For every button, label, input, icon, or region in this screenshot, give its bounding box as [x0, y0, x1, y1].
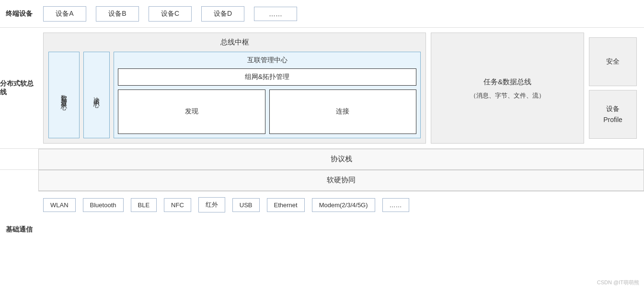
task-data-bus: 任务&数据总线 （消息、字节、文件、流）: [431, 33, 584, 144]
device-d: 设备D: [201, 6, 244, 22]
interconnect-area: 互联管理中心 组网&拓扑管理 发现 连接: [114, 52, 421, 138]
interconnect-title: 互联管理中心: [118, 56, 416, 65]
comm-ble: BLE: [131, 198, 157, 212]
right-side-stack: 安全 设备 Profile: [589, 33, 639, 144]
comm-bluetooth: Bluetooth: [83, 198, 124, 212]
protocol-stack-box: 协议栈: [38, 149, 644, 170]
device-more: ……: [254, 7, 297, 21]
full-content: 终端设备 设备A 设备B 设备C 设备D …… 分布式软总线 总线中枢: [0, 0, 644, 290]
comm-modem: Modem(2/3/4/5G): [312, 198, 375, 212]
comm-infrared: 红外: [198, 197, 225, 212]
basic-comm-label: 基础通信: [0, 170, 38, 290]
task-data-line1: 任务&数据总线: [483, 75, 531, 88]
distributed-row: 分布式软总线 总线中枢 数据与计算中心 决策中心: [0, 28, 644, 149]
bus-inner: 数据与计算中心 决策中心 互联管理中心 组网&拓扑管理: [48, 52, 421, 138]
comms-row: WLAN Bluetooth BLE NFC 红外 USB Ethernet M…: [38, 191, 644, 219]
comm-usb: USB: [232, 198, 260, 212]
distributed-label: 分布式软总线: [0, 28, 38, 148]
terminal-row: 终端设备 设备A 设备B 设备C 设备D ……: [0, 0, 644, 28]
basic-comm-row: 基础通信 软硬协同 WLAN Bluetooth BLE NFC 红外 USB …: [0, 170, 644, 290]
terminal-label: 终端设备: [0, 0, 38, 27]
discover-connect-row: 发现 连接: [118, 89, 416, 134]
security-panel: 安全: [589, 37, 637, 86]
device-c: 设备C: [149, 6, 192, 22]
topology-box: 组网&拓扑管理: [118, 68, 416, 86]
task-data-line2: （消息、字节、文件、流）: [470, 90, 545, 101]
watermark: CSDN @IT萌萌熊: [597, 279, 639, 286]
comm-ethernet: Ethernet: [267, 198, 305, 212]
discover-box: 发现: [118, 89, 265, 134]
distributed-content: 总线中枢 数据与计算中心 决策中心 互联管理中心: [38, 28, 644, 148]
basic-comm-content: 软硬协同 WLAN Bluetooth BLE NFC 红外 USB Ether…: [38, 170, 644, 290]
profile-panel: 设备 Profile: [589, 90, 637, 139]
decision-center: 决策中心: [83, 52, 110, 138]
bus-title: 总线中枢: [48, 38, 421, 47]
comm-nfc: NFC: [164, 198, 191, 212]
main-container: 终端设备 设备A 设备B 设备C 设备D …… 分布式软总线 总线中枢: [0, 0, 644, 290]
comm-more: ……: [382, 198, 409, 212]
profile-text: 设备 Profile: [603, 103, 622, 125]
hw-sw-box: 软硬协同: [38, 170, 644, 191]
terminal-content: 设备A 设备B 设备C 设备D ……: [38, 0, 644, 27]
device-b: 设备B: [96, 6, 139, 22]
bus-main-area: 总线中枢 数据与计算中心 决策中心 互联管理中心: [43, 33, 426, 144]
device-a: 设备A: [43, 6, 86, 22]
protocol-content: 协议栈: [38, 149, 644, 169]
data-center: 数据与计算中心: [48, 52, 80, 138]
connect-box: 连接: [269, 89, 417, 134]
protocol-label-empty: [0, 149, 38, 169]
protocol-row: 协议栈: [0, 149, 644, 170]
comm-wlan: WLAN: [43, 198, 76, 212]
